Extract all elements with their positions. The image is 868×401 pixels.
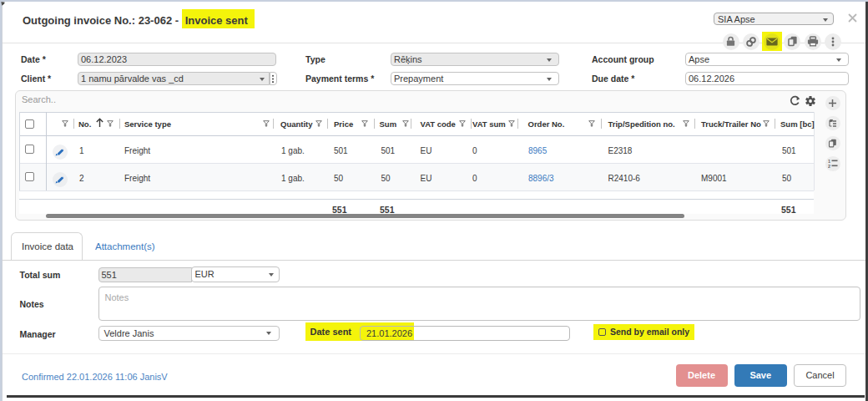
- svg-text:2: 2: [828, 164, 830, 169]
